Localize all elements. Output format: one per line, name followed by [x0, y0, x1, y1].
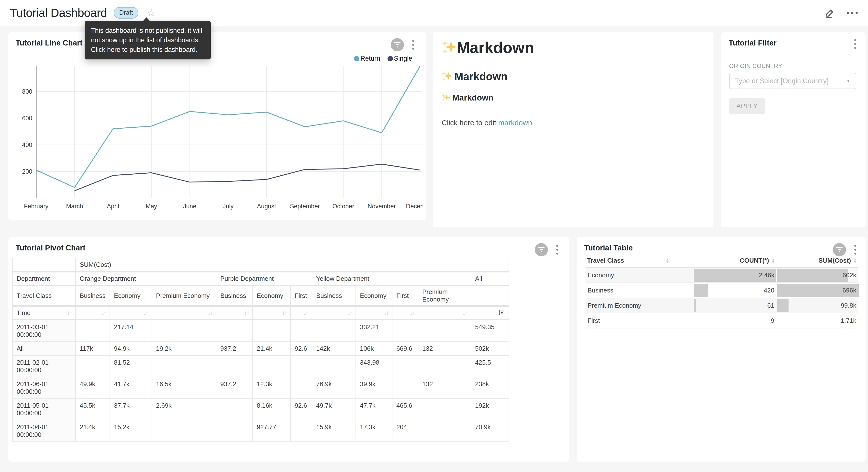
chart-filter-icon[interactable] [391, 38, 404, 51]
sort-icon[interactable]: ↓↑ [143, 309, 148, 317]
pivot-value-cell [75, 320, 110, 342]
count-cell: 61 [693, 298, 776, 313]
pivot-value-cell: 12.3k [253, 377, 290, 399]
pivot-row-label: 2011-02-01 00:00:00 [12, 356, 75, 377]
count-value: 2.46k [759, 271, 774, 279]
pivot-value-cell: 927.77 [253, 420, 290, 442]
sort-icon[interactable]: ↓↑ [244, 309, 248, 317]
pivot-value-cell [392, 377, 418, 399]
table-row: Economy2.46k602k [586, 268, 858, 283]
pivot-data-row: 2011-06-01 00:00:0049.9k41.7k16.5k937.21… [12, 377, 509, 399]
origin-country-select[interactable]: Type or Select [Origin Country] ▼ [729, 73, 856, 89]
pivot-value-cell [152, 356, 216, 377]
sort-wrap [475, 309, 505, 317]
pivot-value-cell [418, 399, 471, 420]
filter-kebab-menu[interactable] [852, 38, 858, 50]
pivot-kebab-menu[interactable] [554, 244, 560, 256]
sort-icon[interactable]: ↓↑ [304, 309, 308, 317]
count-bar [694, 299, 696, 312]
pivot-value-cell: 76.9k [312, 377, 356, 399]
line-chart-title: Tutorial Line Chart [16, 39, 83, 48]
pivot-value-cell [418, 356, 471, 377]
table-row: First91.71k [586, 313, 858, 328]
pivot-value-cell: 47.7k [356, 399, 392, 420]
y-axis-tick: 800 [22, 88, 32, 95]
column-header-travel-class[interactable]: Travel Class ▲▼ [586, 254, 693, 268]
pivot-value-cell: 92.6 [290, 342, 312, 356]
edit-dashboard-icon[interactable] [825, 7, 835, 19]
pivot-value-cell: 192k [471, 399, 509, 420]
table-card: Tutorial Table Travel Class ▲▼ COUNT(*) … [577, 237, 866, 462]
pivot-class-header [471, 286, 509, 306]
sort-wrap: ↓↑ [396, 309, 414, 317]
pivot-sort-cell: ↓↑ [356, 306, 392, 320]
pivot-value-cell: 8.16k [253, 399, 290, 420]
pivot-time-inner: Time↓↑ [17, 309, 71, 317]
pivot-sort-cell: ↓↑ [312, 306, 356, 320]
sort-icon[interactable]: ↓↑ [282, 309, 286, 317]
table-kebab-menu[interactable] [852, 244, 858, 256]
chevron-down-icon: ▼ [846, 79, 850, 83]
pivot-value-cell: 70.9k [471, 420, 509, 442]
count-value: 420 [764, 287, 774, 294]
pivot-sort-cell: ↓↑ [290, 306, 312, 320]
legend-item-return[interactable]: Return [354, 55, 380, 62]
sort-carets-icon[interactable]: ▲▼ [771, 258, 775, 263]
pivot-class-row: Travel ClassBusinessEconomyPremium Econo… [12, 286, 509, 306]
sort-carets-icon[interactable]: ▲▼ [666, 258, 669, 263]
pivot-department-label: Department [12, 272, 75, 286]
line-chart-card: Tutorial Line Chart Return Single 200400… [8, 32, 426, 220]
sum-cost-value: 99.8k [841, 302, 856, 309]
pivot-value-cell: 106k [356, 342, 392, 356]
pivot-sort-cell: ↓↑ [392, 306, 418, 320]
column-header-sum-cost[interactable]: SUM(Cost) ▲▼ [776, 254, 858, 268]
pivot-value-cell: 238k [471, 377, 509, 399]
pivot-value-cell: 343.98 [356, 356, 392, 377]
sort-icon[interactable]: ↓↑ [384, 309, 388, 317]
pivot-value-cell: 41.7k [110, 377, 152, 399]
x-axis-label: May [146, 203, 157, 210]
origin-country-label: ORIGIN COUNTRY [729, 63, 858, 69]
pivot-value-cell [253, 320, 290, 342]
sort-descending-icon[interactable] [497, 309, 505, 317]
pivot-sort-cell: ↓↑ [418, 306, 471, 320]
sort-icon[interactable]: ↓↑ [409, 309, 414, 317]
pivot-value-cell: 117k [75, 342, 110, 356]
pivot-value-cell [418, 420, 471, 442]
pivot-class-header: Economy [110, 286, 152, 306]
chart-kebab-menu[interactable] [410, 39, 416, 51]
apply-button[interactable]: APPLY [729, 98, 765, 114]
x-axis-label: November [368, 203, 396, 210]
pivot-corner-cell [12, 258, 75, 272]
markdown-edit-link[interactable]: markdown [498, 119, 532, 127]
sort-icon[interactable]: ↓↑ [67, 309, 71, 317]
pivot-value-cell: 15.2k [110, 420, 152, 442]
pivot-value-cell: 669.6 [392, 342, 418, 356]
pivot-value-cell: 21.4k [253, 342, 290, 356]
tooltip-arrow [143, 18, 150, 21]
travel-class-cell: Premium Economy [586, 298, 693, 313]
sort-wrap: ↓↑ [257, 309, 286, 317]
x-axis-label: October [333, 203, 354, 210]
table-card-title: Tutorial Table [584, 243, 633, 253]
table-row: Business420696k [586, 283, 858, 298]
markdown-h1: Markdown [441, 39, 706, 57]
draft-badge[interactable]: Draft [114, 7, 138, 19]
pivot-metric-cell: SUM(Cost) [75, 258, 509, 272]
sort-carets-icon[interactable]: ▲▼ [853, 258, 857, 263]
column-header-count[interactable]: COUNT(*) ▲▼ [693, 254, 776, 268]
more-actions-button[interactable] [846, 10, 858, 16]
pivot-value-cell: 92.6 [290, 399, 312, 420]
pivot-class-header: Premium Economy [152, 286, 216, 306]
pivot-filter-icon[interactable] [535, 243, 548, 256]
y-axis-tick: 600 [22, 115, 32, 122]
favorite-star-icon[interactable]: ☆ [147, 8, 156, 18]
sum-cost-cell: 1.71k [776, 313, 858, 328]
legend-item-single[interactable]: Single [388, 55, 412, 62]
sort-icon[interactable]: ↓↑ [208, 309, 212, 317]
pivot-value-cell: 425.5 [471, 356, 509, 377]
pivot-value-cell [216, 356, 253, 377]
sort-icon[interactable]: ↓↑ [101, 309, 105, 317]
sort-icon[interactable]: ↓↑ [462, 309, 467, 317]
sort-icon[interactable]: ↓↑ [347, 309, 351, 317]
